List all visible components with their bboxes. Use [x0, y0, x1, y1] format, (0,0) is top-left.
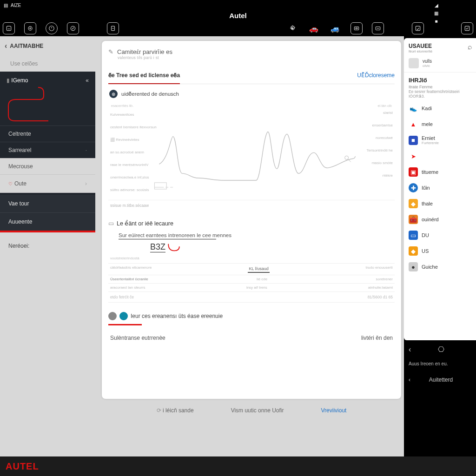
avatar-icon: [108, 312, 117, 320]
tool-home-icon[interactable]: [3, 22, 15, 34]
sidebar-item-use[interactable]: Use celões: [0, 56, 95, 72]
footer-left-label: Sulèntranse eutrrenèe: [110, 335, 165, 341]
app-icon: 👟: [409, 104, 418, 113]
panel-title: USAUEE: [409, 43, 432, 49]
app-icon: ■: [409, 136, 418, 145]
tool-speed-icon[interactable]: [46, 22, 58, 34]
svg-rect-13: [154, 183, 166, 189]
app-icon: ◆: [409, 199, 418, 208]
tool-car-icon[interactable]: 🚗: [308, 22, 320, 34]
tab-active[interactable]: ẽe Tree sed ed liclense eẽa: [108, 68, 180, 84]
main-card: ✎ Camiteέr parvirǐie es valenteus tils p…: [102, 41, 401, 399]
toolbar: 🚗 🚙: [0, 20, 476, 36]
sidebar-item[interactable]: Sarrearel·: [0, 142, 95, 158]
svg-rect-10: [416, 26, 420, 30]
bottom-actions: ⟳ i léicň sande Vism uutic onne Uofir Vr…: [102, 399, 401, 414]
action-link[interactable]: Vreviiviout: [321, 407, 346, 414]
footer: AUTEL: [0, 456, 476, 476]
right-nav-bar: ‹ ⎔: [404, 340, 476, 358]
app-label: ouinérd: [422, 217, 439, 222]
tool-doc-icon[interactable]: [107, 22, 119, 34]
action-link[interactable]: ⟳ i léicň sande: [157, 407, 194, 414]
chevron-left-icon: ‹: [5, 42, 7, 50]
app-icon: ✚: [409, 183, 418, 192]
tool-minus-icon[interactable]: [372, 22, 384, 34]
sidebar-diagram: [0, 89, 95, 126]
grid-icon: ▦: [434, 11, 438, 16]
tool-gear-icon[interactable]: [286, 22, 298, 34]
badge-icon: [119, 312, 128, 320]
svg-rect-8: [356, 28, 357, 29]
app-icon: ▲: [409, 119, 418, 129]
section-lecture: ▭Le ềänt or iéě lecaure Sur eúirect earn…: [108, 217, 395, 303]
tool-screen-icon[interactable]: [350, 22, 363, 34]
app-icon: ◆: [409, 246, 418, 256]
app-label: titueme: [422, 169, 438, 175]
globe-icon: ⊕: [109, 90, 118, 98]
app-label: DU: [422, 232, 429, 238]
home-icon[interactable]: ⎔: [438, 345, 444, 354]
app-label: mele: [422, 121, 433, 127]
app-icon: ▣: [409, 167, 418, 177]
app-item[interactable]: ◆US: [407, 243, 473, 259]
avatar: [409, 58, 419, 68]
app-item[interactable]: ◆thale: [407, 196, 473, 212]
app-item[interactable]: ■ErnietFurterente: [407, 132, 473, 148]
right-panel: USAUEE féori eionrerité ⌕ vullsolvic IHR…: [404, 36, 476, 456]
waveform-chart: Kulvewanitúes cestent bemisere itexvorsu…: [108, 109, 395, 197]
app-icon: ●: [409, 262, 418, 271]
card-header: ✎ Camiteέr parvirǐie es: [108, 48, 395, 55]
app-item[interactable]: 🧰ouinérd: [407, 212, 473, 227]
app-item[interactable]: ▣titueme: [407, 164, 473, 180]
svg-rect-0: [7, 26, 11, 30]
tool-compass-icon[interactable]: [67, 22, 79, 34]
action-link[interactable]: Vism uutic onne Uofir: [231, 407, 284, 414]
sidebar-item-auert[interactable]: Auueente: [0, 212, 95, 231]
chevron-left-icon[interactable]: ‹: [409, 377, 410, 383]
app-label: Guiche: [422, 264, 438, 270]
chevron-left-icon[interactable]: ‹: [409, 345, 411, 354]
section-footer: Ieur ces ereanensı üts éase ereenuie Sul…: [108, 309, 395, 343]
tool-check-icon[interactable]: [461, 22, 473, 34]
sidebar-item-vaet[interactable]: Vae tour: [0, 195, 95, 212]
chevron-left-icon: «: [86, 77, 89, 84]
app-icon: ▭: [409, 231, 418, 240]
right-nav-bar2: ‹ Auitetterd: [404, 372, 476, 388]
footer-right-label: livtéri ěn den: [361, 335, 393, 341]
app-item[interactable]: ✚Iűin: [407, 180, 473, 196]
tab-row: ẽe Tree sed ed liclense eẽa UẼĎcloreseme: [108, 68, 395, 84]
tab-link[interactable]: UẼĎcloreseme: [357, 68, 395, 84]
app-item[interactable]: ➤: [407, 148, 473, 164]
signal-icon: ◢: [435, 3, 438, 8]
tool-car2-icon[interactable]: 🚙: [329, 22, 341, 34]
app-label: Kadi: [422, 106, 432, 111]
tool-save-icon[interactable]: [412, 22, 424, 34]
tool-scan-icon[interactable]: [24, 22, 36, 34]
app-icon: 🧰: [409, 215, 418, 224]
svg-rect-11: [465, 26, 469, 30]
app-item[interactable]: ●Guiche: [407, 259, 473, 275]
svg-point-2: [30, 28, 31, 29]
app-item[interactable]: ▭DU: [407, 227, 473, 243]
breadcrumb[interactable]: ‹ AAITMABHE: [0, 36, 95, 56]
app-list: 👟Kadi▲mele■ErnietFurterente➤▣titueme✚Iűi…: [404, 99, 476, 276]
app-item[interactable]: ▲mele: [407, 116, 473, 132]
app-label: Iűin: [422, 185, 430, 191]
app-label: ErnietFurterente: [422, 135, 439, 145]
right-nav-text: Auus Ireoen en eu.: [404, 358, 476, 372]
sidebar-item-oute[interactable]: ♡Oute ›: [0, 174, 95, 193]
sidebar: ‹ AAITMABHE Use celões ▮ IGemo « Celtren…: [0, 36, 95, 456]
status-bar: ▤AIZE ᯤ ◢ ◢ ▦ ■: [0, 0, 476, 10]
detail-header: ⊕ uidẽerented de denusch: [108, 84, 395, 104]
app-item[interactable]: 👟Kadi: [407, 100, 473, 116]
card-subheader: valenteus tils parù i st: [118, 55, 395, 60]
svg-point-12: [345, 156, 349, 159]
user-row[interactable]: vullsolvic: [404, 54, 476, 72]
panel-section-title: IHRJlő: [409, 77, 471, 84]
sidebar-item[interactable]: Mecrouse: [0, 158, 95, 174]
app-label: thale: [422, 201, 433, 206]
sidebar-item-network[interactable]: Neréoei:: [0, 232, 95, 259]
doc-icon: ▭: [108, 220, 114, 227]
search-icon[interactable]: ⌕: [468, 43, 472, 51]
svg-rect-7: [354, 27, 358, 30]
